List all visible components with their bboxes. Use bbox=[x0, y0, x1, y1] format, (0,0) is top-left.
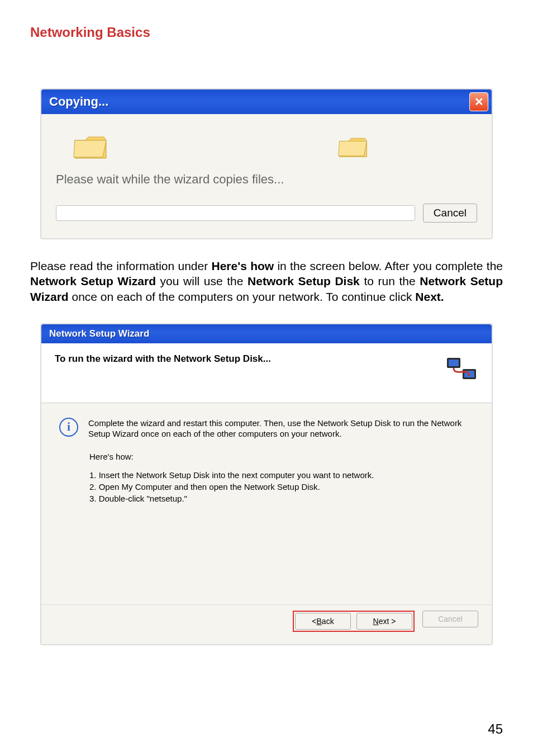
text: to run the bbox=[360, 275, 420, 287]
titlebar: Network Setup Wizard bbox=[41, 324, 492, 343]
text-bold: Network Setup Wizard bbox=[30, 275, 156, 287]
page-title: Networking Basics bbox=[30, 25, 503, 40]
text: ext > bbox=[379, 617, 396, 626]
text: < bbox=[312, 617, 316, 626]
text: ack bbox=[322, 617, 334, 626]
svg-rect-1 bbox=[449, 360, 459, 366]
text: in the screen below. After you complete … bbox=[274, 259, 503, 272]
cancel-button[interactable]: Cancel bbox=[423, 204, 477, 223]
titlebar: Copying... ✕ bbox=[41, 89, 492, 114]
folder-source-icon bbox=[73, 133, 108, 162]
close-icon[interactable]: ✕ bbox=[469, 92, 488, 111]
titlebar-title: Network Setup Wizard bbox=[49, 328, 149, 339]
heres-how-label: Here's how: bbox=[89, 452, 474, 461]
wizard-header: To run the wizard with the Network Setup… bbox=[41, 343, 492, 403]
next-button[interactable]: Next > bbox=[356, 613, 412, 630]
text-bold: Network Setup Disk bbox=[248, 275, 360, 287]
text: Please read the information under bbox=[30, 259, 211, 272]
step-3: 3. Double-click "netsetup." bbox=[89, 493, 474, 504]
copying-dialog: Copying... ✕ Please wait while the wizar… bbox=[40, 88, 493, 239]
mnemonic: N bbox=[373, 617, 379, 626]
wizard-header-text: To run the wizard with the Network Setup… bbox=[55, 353, 271, 365]
mnemonic: B bbox=[317, 617, 322, 626]
titlebar-title: Copying... bbox=[49, 94, 108, 109]
progress-bar bbox=[56, 205, 415, 221]
network-icon bbox=[446, 353, 478, 386]
text-bold: Here's how bbox=[211, 259, 274, 272]
instruction-paragraph: Please read the information under Here's… bbox=[30, 258, 503, 304]
folder-dest-icon bbox=[337, 134, 369, 160]
text: you will use the bbox=[156, 275, 248, 287]
text-bold: Next. bbox=[415, 290, 444, 303]
info-text: Complete the wizard and restart this com… bbox=[88, 418, 474, 440]
steps-list: 1. Insert the Network Setup Disk into th… bbox=[89, 469, 474, 504]
wizard-body: i Complete the wizard and restart this c… bbox=[41, 403, 492, 604]
icon-row bbox=[56, 126, 477, 168]
cancel-button: Cancel bbox=[422, 611, 478, 627]
step-2: 2. Open My Computer and then open the Ne… bbox=[89, 481, 474, 493]
step-1: 1. Insert the Network Setup Disk into th… bbox=[89, 469, 474, 481]
info-row: i Complete the wizard and restart this c… bbox=[59, 418, 474, 440]
info-icon: i bbox=[59, 418, 78, 437]
highlight-box: < Back Next > bbox=[293, 611, 415, 632]
wizard-footer: < Back Next > Cancel bbox=[41, 604, 492, 644]
progress-row: Cancel bbox=[56, 204, 477, 223]
back-button[interactable]: < Back bbox=[295, 613, 351, 630]
copy-message: Please wait while the wizard copies file… bbox=[56, 172, 477, 187]
text: once on each of the computers on your ne… bbox=[69, 290, 416, 303]
page-number: 45 bbox=[488, 721, 503, 737]
dialog-body: Please wait while the wizard copies file… bbox=[41, 114, 492, 238]
network-setup-wizard-dialog: Network Setup Wizard To run the wizard w… bbox=[40, 323, 493, 645]
